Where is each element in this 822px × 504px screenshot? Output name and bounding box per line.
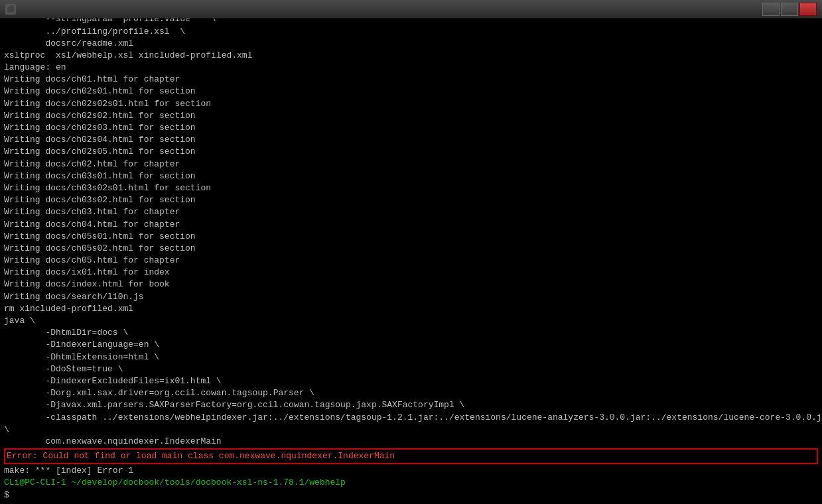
terminal-line: com.nexwave.nquindexer.IndexerMain [4,436,818,448]
terminal-line: -DdoStem=true \ [4,363,818,375]
app-icon: ⬛ [5,4,16,15]
terminal-line: Writing docs/ch02s03.html for section [4,122,818,134]
terminal-line: Writing docs/ch03s01.html for section [4,170,818,182]
terminal-line: Writing docs/ch02s02.html for section [4,110,818,122]
terminal-line: -DindexerLanguage=en \ [4,339,818,351]
terminal-wrapper: --stringparam profile.role "" \ --string… [0,19,822,504]
terminal-line: ../profiling/profile.xsl \ [4,26,818,38]
terminal-line: Writing docs/ch01.html for chapter [4,74,818,86]
terminal-line: rm xincluded-profiled.xml [4,303,818,315]
terminal-line: Writing docs/ch05s02.html for section [4,243,818,255]
terminal-line: Writing docs/index.html for book [4,279,818,290]
terminal-line: Writing docs/ch02s02s01.html for section [4,98,818,110]
terminal-line: --stringparam profile.value "" \ [4,19,818,26]
terminal-line: CLi@PC-CLI-1 ~/develop/docbook/tools/doc… [4,477,818,489]
terminal-line: Writing docs/ch05s01.html for section [4,231,818,243]
terminal-line: Writing docs/ch02s05.html for section [4,146,818,158]
terminal-line: Writing docs/search/l10n.js [4,291,818,303]
terminal-line: Error: Could not find or load main class… [4,448,818,464]
terminal-line: Writing docs/ch02s01.html for section [4,86,818,97]
terminal-line: Writing docs/ch02s04.html for section [4,134,818,146]
terminal-line: make: *** [index] Error 1 [4,465,818,477]
terminal-line: -Djavax.xml.parsers.SAXParserFactory=org… [4,399,818,411]
maximize-button[interactable] [781,3,798,16]
terminal-line: Writing docs/ch03s02s01.html for section [4,182,818,194]
terminal-line: xsltproc xsl/webhelp.xsl xincluded-profi… [4,50,818,62]
terminal-output[interactable]: --stringparam profile.role "" \ --string… [0,19,822,504]
close-button[interactable] [799,3,817,16]
terminal-line: -DindexerExcludedFiles=ix01.html \ [4,375,818,387]
terminal-line: $ [4,489,818,501]
minimize-button[interactable] [762,3,780,16]
terminal-line: Writing docs/ix01.html for index [4,267,818,279]
terminal-line: Writing docs/ch05.html for chapter [4,255,818,267]
titlebar: ⬛ [0,0,822,19]
terminal-line: Writing docs/ch02.html for chapter [4,158,818,170]
terminal-line: Writing docs/ch04.html for chapter [4,219,818,231]
terminal-line: \ [4,424,818,436]
terminal-line: Writing docs/ch03s02.html for section [4,194,818,206]
terminal-line: language: en [4,62,818,74]
window-controls [762,3,817,16]
terminal-line: -DhtmlDir=docs \ [4,327,818,339]
terminal-line: java \ [4,315,818,327]
terminal-line: -Dorg.xml.sax.driver=org.ccil.cowan.tags… [4,387,818,399]
terminal-line: -classpath ../extensions/webhelpindexer.… [4,412,818,424]
terminal-line: Writing docs/ch03.html for chapter [4,206,818,218]
terminal-line: -DhtmlExtension=html \ [4,351,818,363]
terminal-line: docsrc/readme.xml [4,38,818,50]
